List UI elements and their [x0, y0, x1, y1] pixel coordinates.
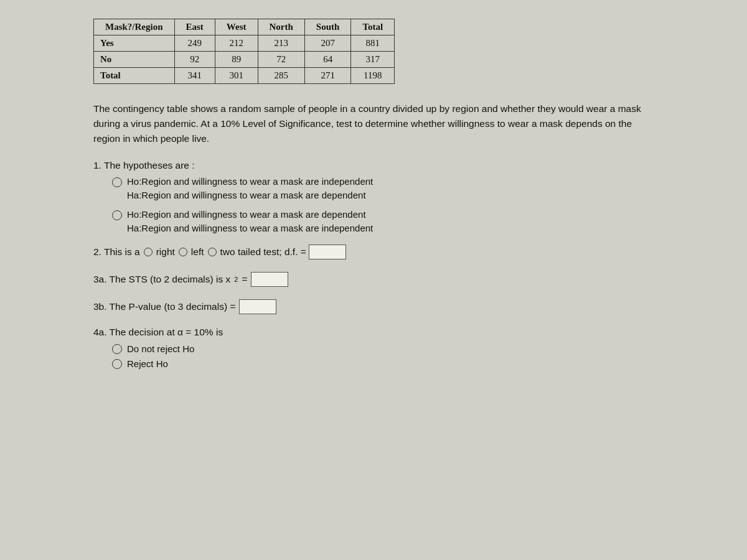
q4a-opt1-label: Do not reject Ho — [127, 343, 194, 354]
description-text: The contingency table shows a random sam… — [93, 101, 654, 146]
row-label-total: Total — [94, 68, 175, 84]
cell-total-north: 285 — [258, 68, 304, 84]
row-label-yes: Yes — [94, 35, 175, 52]
question-3b-section: 3b. The P-value (to 3 decimals) = — [93, 299, 654, 314]
table-row-no: No 92 89 72 64 317 — [94, 52, 395, 68]
q1-option1-row[interactable]: Ho:Region and willingness to wear a mask… — [112, 176, 654, 187]
radio-icon-left[interactable] — [179, 248, 187, 256]
table-row-total: Total 341 301 285 271 1198 — [94, 68, 395, 84]
cell-yes-south: 207 — [304, 35, 351, 52]
col-header-south: South — [304, 19, 351, 35]
q4a-opt2-label: Reject Ho — [127, 358, 168, 369]
cell-yes-north: 213 — [258, 35, 304, 52]
q3b-label: 3b. The P-value (to 3 decimals) = — [93, 301, 235, 312]
row-label-no: No — [94, 52, 175, 68]
question-1-section: 1. The hypotheses are : Ho:Region and wi… — [93, 160, 654, 233]
cell-total-total: 1198 — [351, 68, 395, 84]
q3a-superscript: 2 — [234, 276, 238, 283]
q2-df-input[interactable] — [309, 245, 346, 259]
col-header-region: Mask?/Region — [94, 19, 175, 35]
q1-opt2-ho: Ho:Region and willingness to wear a mask… — [127, 209, 366, 220]
q4a-option1[interactable]: Do not reject Ho — [112, 343, 654, 354]
contingency-table: Mask?/Region East West North South Total… — [93, 19, 395, 84]
q4a-options: Do not reject Ho Reject Ho — [112, 343, 654, 369]
table-row-yes: Yes 249 212 213 207 881 — [94, 35, 395, 52]
q2-left-label: left — [191, 246, 204, 258]
radio-icon-reject[interactable] — [112, 359, 122, 369]
q1-option2-row[interactable]: Ho:Region and willingness to wear a mask… — [112, 209, 654, 220]
q1-option1: Ho:Region and willingness to wear a mask… — [112, 176, 654, 200]
col-header-north: North — [258, 19, 304, 35]
col-header-total: Total — [351, 19, 395, 35]
cell-no-north: 72 — [258, 52, 304, 68]
q2-right-label: right — [156, 246, 175, 258]
cell-no-west: 89 — [215, 52, 258, 68]
q2-prefix: 2. This is a — [93, 246, 140, 258]
radio-icon-right[interactable] — [144, 248, 153, 256]
cell-yes-east: 249 — [174, 35, 215, 52]
cell-no-east: 92 — [174, 52, 215, 68]
q3a-equals: = — [242, 274, 247, 285]
cell-yes-west: 212 — [215, 35, 258, 52]
q3b-pvalue-input[interactable] — [239, 299, 276, 314]
q4a-option2[interactable]: Reject Ho — [112, 358, 654, 369]
question-4a-section: 4a. The decision at α = 10% is Do not re… — [93, 327, 654, 369]
q3a-label: 3a. The STS (to 2 decimals) is x — [93, 274, 230, 285]
cell-total-west: 301 — [215, 68, 258, 84]
radio-icon-q1-opt2[interactable] — [112, 210, 122, 220]
page: Mask?/Region East West North South Total… — [93, 19, 654, 369]
cell-total-east: 341 — [174, 68, 215, 84]
q1-opt2-ha: Ha:Region and willingness to wear a mask… — [127, 223, 654, 233]
q2-two-tailed-label: two tailed test; d.f. = — [220, 246, 306, 258]
col-header-west: West — [215, 19, 258, 35]
question-3a-section: 3a. The STS (to 2 decimals) is x2 = — [93, 272, 654, 287]
q1-option2: Ho:Region and willingness to wear a mask… — [112, 209, 654, 233]
q1-opt1-ha: Ha:Region and willingness to wear a mask… — [127, 190, 654, 200]
q4a-label: 4a. The decision at α = 10% is — [93, 327, 654, 338]
radio-icon-q1-opt1[interactable] — [112, 177, 122, 187]
col-header-east: East — [174, 19, 215, 35]
cell-no-south: 64 — [304, 52, 351, 68]
q1-opt1-ho: Ho:Region and willingness to wear a mask… — [127, 176, 373, 187]
radio-icon-do-not-reject[interactable] — [112, 344, 122, 354]
radio-icon-two-tailed[interactable] — [208, 248, 217, 256]
question-2-section: 2. This is a right left two tailed test;… — [93, 245, 654, 259]
cell-total-south: 271 — [304, 68, 351, 84]
q1-label: 1. The hypotheses are : — [93, 160, 654, 171]
cell-yes-total: 881 — [351, 35, 395, 52]
cell-no-total: 317 — [351, 52, 395, 68]
q3a-sts-input[interactable] — [251, 272, 288, 287]
